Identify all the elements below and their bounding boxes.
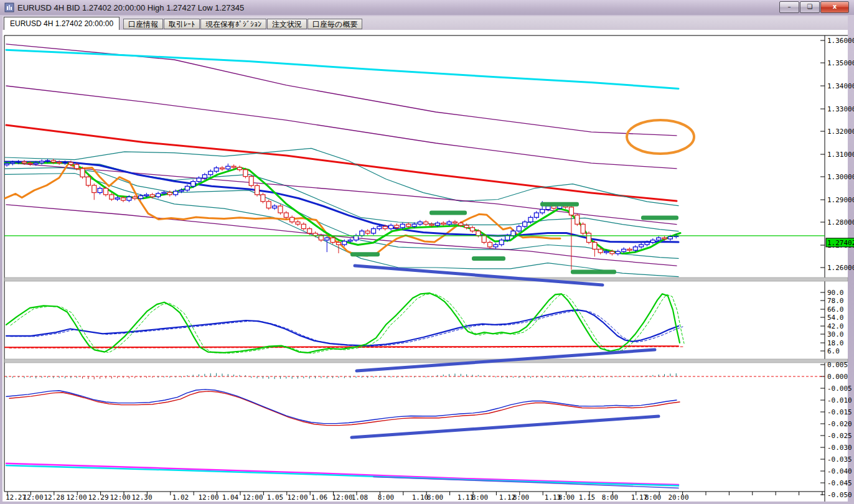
window-controls: – ❏ x <box>779 1 849 13</box>
svg-text:-0.025: -0.025 <box>827 432 852 440</box>
close-button[interactable]: x <box>820 1 849 13</box>
chart-canvas[interactable]: 1.360001.350001.340001.330001.320001.310… <box>0 0 854 504</box>
svg-text:1.04: 1.04 <box>222 493 239 502</box>
svg-text:6.0: 6.0 <box>827 347 840 355</box>
svg-text:18.0: 18.0 <box>827 339 844 347</box>
titlebar: EURUSD 4H BID 1.27402 20:00:00 High 1.27… <box>0 0 854 15</box>
maximize-button[interactable]: ❏ <box>800 1 820 13</box>
svg-text:8:00: 8:00 <box>602 493 619 502</box>
order-status-button[interactable]: 注文状況 <box>267 19 307 29</box>
svg-text:12.28: 12.28 <box>44 493 64 502</box>
svg-text:1.28000: 1.28000 <box>827 218 854 226</box>
svg-text:8:00: 8:00 <box>427 493 444 502</box>
svg-text:54.0: 54.0 <box>827 314 844 322</box>
window-title: EURUSD 4H BID 1.27402 20:00:00 High 1.27… <box>17 3 244 12</box>
svg-text:8:00: 8:00 <box>378 493 395 502</box>
svg-text:1.05: 1.05 <box>267 493 284 502</box>
app-icon <box>4 2 14 12</box>
svg-text:-0.050: -0.050 <box>827 491 852 499</box>
svg-text:78.0: 78.0 <box>827 297 844 305</box>
account-summary-button[interactable]: 口座毎の概要 <box>307 19 362 29</box>
svg-text:12:00: 12:00 <box>198 493 218 502</box>
svg-text:1.08: 1.08 <box>352 493 368 502</box>
svg-text:1.30000: 1.30000 <box>827 173 854 181</box>
app-window: 1.360001.350001.340001.330001.320001.310… <box>0 0 854 504</box>
svg-text:-0.010: -0.010 <box>827 396 852 404</box>
svg-text:-0.005: -0.005 <box>827 385 852 393</box>
svg-text:12.29: 12.29 <box>88 493 108 502</box>
svg-text:-0.015: -0.015 <box>827 408 852 416</box>
minimize-button[interactable]: – <box>779 1 799 13</box>
macd-panel <box>4 373 825 488</box>
svg-text:-0.035: -0.035 <box>827 455 852 464</box>
svg-text:42.0: 42.0 <box>827 322 844 330</box>
svg-text:1.31000: 1.31000 <box>827 151 854 159</box>
svg-text:0.005: 0.005 <box>827 361 848 369</box>
svg-text:8:00: 8:00 <box>558 493 575 502</box>
svg-text:30.0: 30.0 <box>827 330 844 338</box>
trade-rate-button[interactable]: 取引ﾚｰﾄ <box>164 19 200 29</box>
price-badge: 1.27402 <box>826 238 854 247</box>
svg-text:0.000: 0.000 <box>827 373 848 381</box>
svg-text:1.15: 1.15 <box>579 493 596 502</box>
svg-text:1.29000: 1.29000 <box>827 196 854 204</box>
svg-text:-0.040: -0.040 <box>827 467 852 475</box>
svg-text:12:00: 12:00 <box>242 493 263 502</box>
svg-text:90.0: 90.0 <box>827 289 844 297</box>
svg-text:1.32000: 1.32000 <box>827 128 854 136</box>
open-positions-button[interactable]: 現在保有ﾎﾟｼﾞｼｮﾝ <box>200 19 266 29</box>
svg-text:1.10: 1.10 <box>412 493 429 502</box>
account-info-button[interactable]: 口座情報 <box>123 19 163 29</box>
svg-text:1.36000: 1.36000 <box>827 37 854 45</box>
oscillator-panel <box>5 293 684 353</box>
svg-text:8:00: 8:00 <box>645 493 662 502</box>
svg-text:66.0: 66.0 <box>827 306 844 314</box>
svg-text:-0.030: -0.030 <box>827 444 852 452</box>
tab-chart-eurusd[interactable]: EURUSD 4H 1.27402 20:00:00 <box>4 17 120 30</box>
toolbar: EURUSD 4H 1.27402 20:00:00 口座情報 取引ﾚｰﾄ 現在… <box>2 16 848 30</box>
svg-text:1.34000: 1.34000 <box>827 82 854 90</box>
svg-text:12:00: 12:00 <box>332 493 352 502</box>
svg-text:12:00: 12:00 <box>110 493 130 502</box>
svg-text:12:00: 12:00 <box>287 493 307 502</box>
svg-text:-0.045: -0.045 <box>827 479 852 487</box>
svg-text:12:00: 12:00 <box>66 493 87 502</box>
svg-text:-0.020: -0.020 <box>827 420 852 428</box>
svg-text:20:00: 20:00 <box>668 493 688 502</box>
svg-text:1.26000: 1.26000 <box>827 264 854 272</box>
candles-layer <box>5 159 678 269</box>
svg-text:1.35000: 1.35000 <box>827 59 854 67</box>
svg-text:12:00: 12:00 <box>22 493 43 502</box>
svg-text:12.30: 12.30 <box>131 493 152 502</box>
svg-text:8:00: 8:00 <box>472 493 489 502</box>
svg-text:1.02: 1.02 <box>172 493 189 502</box>
svg-text:1.27402: 1.27402 <box>827 239 854 247</box>
svg-text:8:00: 8:00 <box>513 493 530 502</box>
svg-text:1.33000: 1.33000 <box>827 105 854 113</box>
svg-text:1.06: 1.06 <box>311 493 328 502</box>
